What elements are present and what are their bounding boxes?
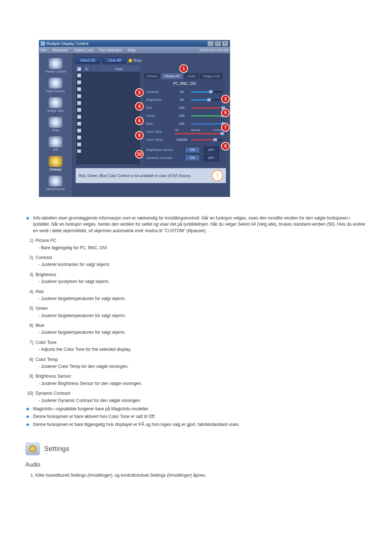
sidebar-item-input-source[interactable]: Input Source [39, 76, 72, 96]
table-row[interactable] [76, 134, 140, 141]
checkbox-icon[interactable] [77, 94, 81, 98]
menu-safety-lock[interactable]: Safety Lock [74, 48, 93, 52]
intro-text: Info-tabellen viser grunnleggende inform… [33, 215, 367, 234]
checkbox-icon[interactable] [77, 101, 81, 105]
blue-slider[interactable] [191, 122, 223, 126]
window-title: Multiple Display Control [46, 41, 89, 46]
green-label: Green [146, 114, 172, 118]
table-row[interactable] [76, 120, 140, 127]
panel-inner: PC, BNC, DVI Contrast 56 Brightness 50 [144, 79, 225, 165]
blue-label: Blue [146, 122, 172, 126]
sidebar-item-settings[interactable]: Settings [39, 155, 72, 174]
row-brightness-sensor: Brightness Sensor ON OFF [146, 147, 223, 153]
table-row[interactable] [76, 141, 140, 148]
callout-10: 10 [135, 150, 144, 159]
bsensor-on-button[interactable]: ON [185, 147, 200, 153]
table-row[interactable] [76, 86, 140, 93]
list-item: 1)Picture PC [25, 238, 367, 244]
checkbox-icon[interactable] [77, 142, 81, 147]
busy-icon [128, 59, 132, 62]
table-row[interactable] [76, 93, 140, 100]
app-icon [41, 41, 45, 46]
grid-header-check[interactable] [76, 66, 83, 72]
star-icon: ★ [25, 215, 30, 234]
colortemp-value: 10000K [175, 138, 189, 141]
row-blue: Blue 100 [146, 120, 223, 127]
list-item-sub: - Justerer fargetemperaturen for valgt s… [38, 296, 367, 302]
contrast-slider[interactable] [191, 90, 223, 94]
section-header: Settings [25, 442, 367, 455]
list-item-sub: - Justerer Dynamic Contrast for den valg… [38, 398, 367, 404]
checkbox-icon[interactable] [77, 80, 81, 85]
list-item: 4)Red [25, 289, 367, 295]
step-1: 1. Klikk hovedikonet Settings (Innstilli… [30, 472, 367, 479]
table-row[interactable] [76, 148, 140, 153]
select-all-button[interactable]: Select All [75, 57, 100, 63]
sidebar-item-pip[interactable]: PIP [39, 135, 72, 155]
close-button[interactable]: × [222, 41, 228, 46]
brand-label: SAMSUNG DIGITall [199, 48, 228, 52]
table-row[interactable] [76, 127, 140, 134]
green-slider[interactable] [191, 114, 223, 118]
star-note: ★MagicInfo—signalkilde fungerer bare på … [25, 406, 367, 412]
dcontrast-off-button[interactable]: OFF [204, 155, 219, 161]
tab-image-lock[interactable]: Image Lock [200, 73, 223, 79]
grid-header-id: ID [83, 66, 91, 72]
checkbox-icon[interactable] [77, 135, 81, 140]
table-row[interactable] [76, 79, 140, 86]
checkbox-icon[interactable] [77, 73, 81, 78]
checkbox-icon[interactable] [77, 67, 81, 71]
menu-remocon[interactable]: Remocon [53, 48, 68, 52]
bsensor-off-button[interactable]: OFF [204, 147, 219, 153]
tab-audio[interactable]: Audio [184, 73, 199, 79]
table-row[interactable] [76, 100, 140, 107]
warning-icon: ! [212, 170, 223, 181]
colortone-label: Color Tone [146, 130, 172, 134]
tabs: Picture Picture PC Audio Image Lock [144, 73, 225, 79]
tab-picture[interactable]: Picture [144, 73, 160, 79]
status-text: Red, Green, Blue Color Control is not av… [79, 174, 191, 178]
sidebar-item-image-size[interactable]: Image Size [39, 96, 72, 115]
grid-body [76, 72, 140, 153]
checkbox-icon[interactable] [77, 122, 81, 126]
sub-title: Audio [25, 460, 367, 469]
tab-picture-pc[interactable]: Picture PC [161, 73, 183, 79]
red-label: Red [146, 106, 172, 110]
clear-all-button[interactable]: Clear All [103, 57, 126, 63]
brightness-value: 50 [175, 98, 189, 102]
maximize-button[interactable]: □ [215, 41, 221, 46]
list-item-sub: - Justerer Color Temp for den valgte vis… [38, 364, 367, 370]
callout-4: 4 [135, 102, 144, 111]
red-slider[interactable] [191, 106, 223, 110]
star-icon: ★ [25, 422, 30, 428]
busy-indicator: Busy [128, 58, 142, 62]
callout-7: 7 [221, 123, 230, 132]
checkbox-icon[interactable] [77, 128, 81, 133]
colortone-slider[interactable]: Off Normal Custom [175, 128, 223, 135]
time-icon [49, 117, 62, 128]
table-row[interactable] [76, 72, 140, 79]
callout-1: 1 [179, 64, 188, 73]
sidebar-item-power-control[interactable]: Power Control [39, 57, 72, 76]
sidebar-item-time[interactable]: Time [39, 115, 72, 135]
checkbox-icon[interactable] [77, 108, 81, 112]
menu-help[interactable]: Help [128, 48, 136, 52]
input-icon [49, 78, 62, 89]
row-green: Green 100 [146, 112, 223, 119]
power-icon [49, 58, 62, 69]
table-row[interactable] [76, 107, 140, 114]
menu-file[interactable]: File [41, 48, 46, 52]
sidebar-item-maintenance[interactable]: Maintenance [39, 174, 72, 194]
brightness-slider[interactable] [191, 98, 223, 102]
checkbox-icon[interactable] [77, 149, 81, 153]
table-row[interactable] [76, 114, 140, 120]
dcontrast-on-button[interactable]: ON [185, 155, 200, 161]
colortemp-slider[interactable] [191, 138, 223, 141]
checkbox-icon[interactable] [77, 87, 81, 91]
list-item-sub: - Justerer fargetemperaturen for valgt s… [38, 329, 367, 336]
dcontrast-label: Dynamic Contrast [146, 156, 183, 160]
checkbox-icon[interactable] [77, 115, 81, 119]
menu-port-selection[interactable]: Port Selection [99, 48, 122, 52]
minimize-button[interactable]: _ [207, 41, 214, 46]
list-item: 2)Contrast [25, 255, 367, 261]
